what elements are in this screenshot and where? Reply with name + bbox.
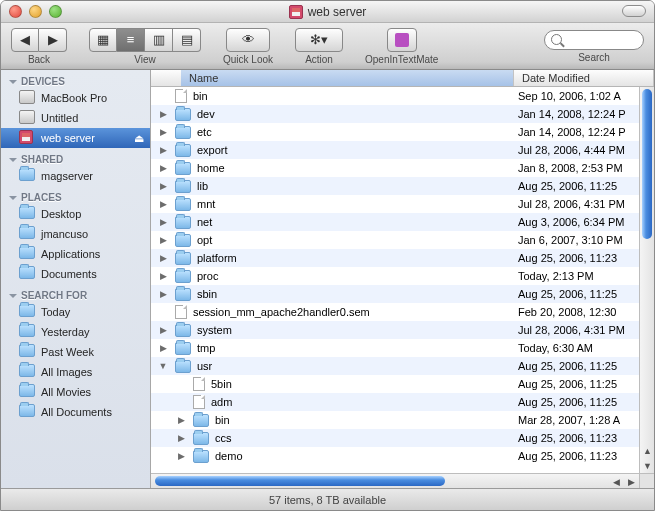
close-button[interactable] bbox=[9, 5, 22, 18]
horizontal-scroll-thumb[interactable] bbox=[155, 476, 445, 486]
smart-icon bbox=[19, 384, 35, 400]
sidebar-item[interactable]: All Movies bbox=[1, 382, 150, 402]
file-row[interactable]: binSep 10, 2006, 1:02 A bbox=[151, 87, 654, 105]
disclosure-triangle[interactable]: ▶ bbox=[157, 325, 169, 335]
quicklook-button[interactable]: 👁 bbox=[226, 28, 270, 52]
sidebar-item[interactable]: Untitled bbox=[1, 108, 150, 128]
folder-icon bbox=[175, 180, 191, 193]
disclosure-triangle[interactable]: ▶ bbox=[157, 253, 169, 263]
sidebar-header[interactable]: DEVICES bbox=[1, 70, 150, 88]
file-name: opt bbox=[197, 234, 514, 246]
back-button[interactable]: ◀ bbox=[11, 28, 39, 52]
file-row[interactable]: ▶libAug 25, 2006, 11:25 bbox=[151, 177, 654, 195]
file-row[interactable]: ▶exportJul 28, 2006, 4:44 PM bbox=[151, 141, 654, 159]
horizontal-scrollbar[interactable]: ◀ ▶ bbox=[151, 473, 639, 488]
file-row[interactable]: admAug 25, 2006, 11:25 bbox=[151, 393, 654, 411]
sidebar-item[interactable]: Today bbox=[1, 302, 150, 322]
file-row[interactable]: ▼usrAug 25, 2006, 11:25 bbox=[151, 357, 654, 375]
sidebar-item-label: All Movies bbox=[41, 386, 91, 398]
sidebar-item[interactable]: Documents bbox=[1, 264, 150, 284]
file-row[interactable]: ▶ccsAug 25, 2006, 11:23 bbox=[151, 429, 654, 447]
scroll-right-arrow[interactable]: ▶ bbox=[624, 474, 639, 488]
file-row[interactable]: ▶mntJul 28, 2006, 4:31 PM bbox=[151, 195, 654, 213]
disclosure-triangle[interactable]: ▶ bbox=[157, 271, 169, 281]
disclosure-triangle[interactable]: ▶ bbox=[157, 127, 169, 137]
file-row[interactable]: ▶binMar 28, 2007, 1:28 A bbox=[151, 411, 654, 429]
disclosure-triangle[interactable]: ▶ bbox=[157, 181, 169, 191]
file-row[interactable]: session_mm_apache2handler0.semFeb 20, 20… bbox=[151, 303, 654, 321]
view-columns-button[interactable]: ▥ bbox=[145, 28, 173, 52]
file-row[interactable]: ▶systemJul 28, 2006, 4:31 PM bbox=[151, 321, 654, 339]
sidebar-item-label: web server bbox=[41, 132, 95, 144]
toolbar-toggle-button[interactable] bbox=[622, 5, 646, 17]
sidebar-header[interactable]: SHARED bbox=[1, 148, 150, 166]
disclosure-triangle[interactable]: ▶ bbox=[157, 217, 169, 227]
sidebar-item-label: Applications bbox=[41, 248, 100, 260]
sidebar-item[interactable]: All Images bbox=[1, 362, 150, 382]
clock-icon bbox=[19, 304, 35, 320]
disclosure-triangle[interactable]: ▶ bbox=[157, 289, 169, 299]
sidebar-item[interactable]: Past Week bbox=[1, 342, 150, 362]
sidebar-item[interactable]: magserver bbox=[1, 166, 150, 186]
search-icon bbox=[551, 34, 562, 45]
disclosure-triangle[interactable]: ▶ bbox=[157, 145, 169, 155]
file-row[interactable]: ▶optJan 6, 2007, 3:10 PM bbox=[151, 231, 654, 249]
clock-icon bbox=[19, 324, 35, 340]
disclosure-triangle[interactable]: ▶ bbox=[157, 163, 169, 173]
smart-icon bbox=[19, 364, 35, 380]
file-row[interactable]: ▶platformAug 25, 2006, 11:23 bbox=[151, 249, 654, 267]
sidebar-item-label: All Images bbox=[41, 366, 92, 378]
doc-icon bbox=[193, 395, 205, 409]
zoom-button[interactable] bbox=[49, 5, 62, 18]
eject-icon[interactable]: ⏏ bbox=[134, 132, 144, 145]
minimize-button[interactable] bbox=[29, 5, 42, 18]
file-row[interactable]: ▶tmpToday, 6:30 AM bbox=[151, 339, 654, 357]
scroll-down-arrow[interactable]: ▼ bbox=[640, 458, 654, 473]
vertical-scrollbar[interactable]: ▲ ▼ bbox=[639, 87, 654, 473]
view-coverflow-button[interactable]: ▤ bbox=[173, 28, 201, 52]
sidebar-header[interactable]: SEARCH FOR bbox=[1, 284, 150, 302]
sidebar-item[interactable]: Applications bbox=[1, 244, 150, 264]
disclosure-triangle[interactable]: ▶ bbox=[175, 433, 187, 443]
file-row[interactable]: ▶etcJan 14, 2008, 12:24 P bbox=[151, 123, 654, 141]
file-row[interactable]: ▶devJan 14, 2008, 12:24 P bbox=[151, 105, 654, 123]
scroll-left-arrow[interactable]: ◀ bbox=[609, 474, 624, 488]
resize-corner[interactable] bbox=[639, 473, 654, 488]
forward-button[interactable]: ▶ bbox=[39, 28, 67, 52]
file-date: Aug 25, 2006, 11:23 bbox=[514, 432, 654, 444]
sidebar-header[interactable]: PLACES bbox=[1, 186, 150, 204]
sidebar-item[interactable]: Yesterday bbox=[1, 322, 150, 342]
file-row[interactable]: ▶procToday, 2:13 PM bbox=[151, 267, 654, 285]
textmate-button[interactable] bbox=[387, 28, 417, 52]
disclosure-triangle[interactable]: ▶ bbox=[175, 451, 187, 461]
disclosure-triangle[interactable]: ▶ bbox=[157, 199, 169, 209]
disclosure-triangle[interactable]: ▶ bbox=[157, 235, 169, 245]
scroll-up-arrow[interactable]: ▲ bbox=[640, 443, 654, 458]
file-row[interactable]: 5binAug 25, 2006, 11:25 bbox=[151, 375, 654, 393]
column-date[interactable]: Date Modified bbox=[514, 70, 654, 86]
sidebar-item[interactable]: web server⏏ bbox=[1, 128, 150, 148]
disclosure-triangle[interactable]: ▶ bbox=[157, 109, 169, 119]
file-row[interactable]: ▶netAug 3, 2006, 6:34 PM bbox=[151, 213, 654, 231]
view-icons-button[interactable]: ▦ bbox=[89, 28, 117, 52]
file-row[interactable]: ▶homeJan 8, 2008, 2:53 PM bbox=[151, 159, 654, 177]
view-list-button[interactable]: ≡ bbox=[117, 28, 145, 52]
sidebar-item[interactable]: Desktop bbox=[1, 204, 150, 224]
sidebar-item[interactable]: jmancuso bbox=[1, 224, 150, 244]
titlebar[interactable]: web server bbox=[1, 1, 654, 23]
vertical-scroll-thumb[interactable] bbox=[642, 89, 652, 239]
disclosure-triangle[interactable]: ▶ bbox=[157, 343, 169, 353]
sidebar-item[interactable]: MacBook Pro bbox=[1, 88, 150, 108]
file-row[interactable]: ▶demoAug 25, 2006, 11:23 bbox=[151, 447, 654, 465]
sidebar-item[interactable]: All Documents bbox=[1, 402, 150, 422]
action-button[interactable]: ✻▾ bbox=[295, 28, 343, 52]
folder-icon bbox=[175, 288, 191, 301]
disclosure-triangle[interactable]: ▶ bbox=[175, 415, 187, 425]
folder-icon bbox=[175, 270, 191, 283]
search-field[interactable] bbox=[544, 30, 644, 50]
column-name[interactable]: Name bbox=[181, 70, 514, 86]
file-date: Jan 14, 2008, 12:24 P bbox=[514, 126, 654, 138]
disclosure-triangle[interactable]: ▼ bbox=[157, 361, 169, 371]
hd-icon bbox=[19, 110, 35, 126]
file-row[interactable]: ▶sbinAug 25, 2006, 11:25 bbox=[151, 285, 654, 303]
